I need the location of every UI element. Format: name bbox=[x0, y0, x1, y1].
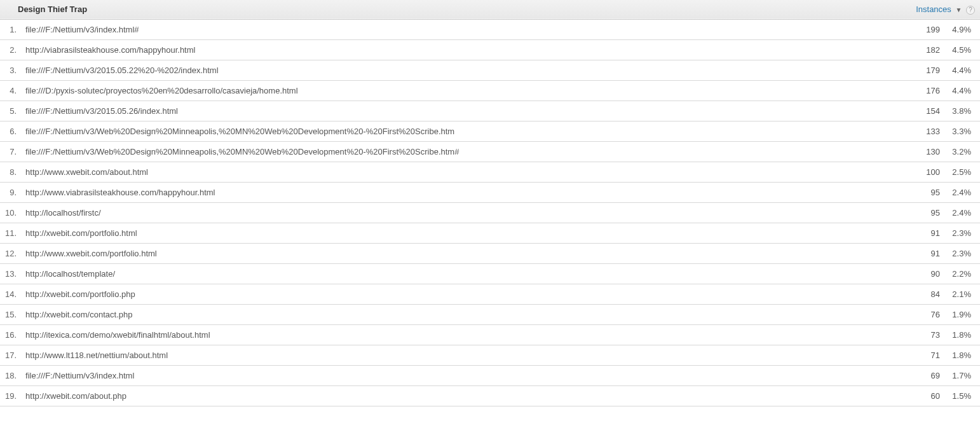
rank-cell: 18. bbox=[0, 365, 20, 385]
url-link[interactable]: http://www.lt118.net/nettium/about.html bbox=[25, 350, 168, 360]
url-link[interactable]: http://xwebit.com/about.php bbox=[25, 391, 126, 401]
url-cell: http://localhost/firstc/ bbox=[20, 202, 894, 223]
table-row[interactable]: 5.file:///F:/Nettium/v3/2015.05.26/index… bbox=[0, 101, 980, 121]
url-cell: http://xwebit.com/contact.php bbox=[20, 304, 894, 324]
instances-cell: 69 bbox=[894, 365, 945, 385]
percent-cell: 3.3% bbox=[945, 121, 980, 141]
url-cell: http://xwebit.com/about.php bbox=[20, 385, 894, 406]
instances-cell: 84 bbox=[894, 284, 945, 304]
url-cell: file:///D:/pyxis-solutec/proyectos%20en%… bbox=[20, 80, 894, 101]
url-cell: file:///F:/Nettium/v3/2015.05.22%20-%202… bbox=[20, 60, 894, 80]
url-cell: file:///F:/Nettium/v3/Web%20Design%20Min… bbox=[20, 121, 894, 141]
percent-cell: 2.4% bbox=[945, 202, 980, 223]
url-link[interactable]: file:///F:/Nettium/v3/Web%20Design%20Min… bbox=[25, 147, 459, 156]
instances-cell: 100 bbox=[894, 162, 945, 182]
instances-cell: 90 bbox=[894, 263, 945, 284]
percent-cell: 2.1% bbox=[945, 284, 980, 304]
instances-cell: 91 bbox=[894, 223, 945, 243]
table-row[interactable]: 6.file:///F:/Nettium/v3/Web%20Design%20M… bbox=[0, 121, 980, 141]
table-row[interactable]: 15.http://xwebit.com/contact.php761.9% bbox=[0, 304, 980, 324]
instances-cell: 60 bbox=[894, 385, 945, 406]
percent-cell: 4.9% bbox=[945, 19, 980, 39]
url-cell: http://localhost/template/ bbox=[20, 263, 894, 284]
instances-cell: 133 bbox=[894, 121, 945, 141]
instances-label[interactable]: Instances bbox=[916, 4, 951, 14]
table-row[interactable]: 12.http://www.xwebit.com/portfolio.html9… bbox=[0, 243, 980, 263]
rank-cell: 8. bbox=[0, 162, 20, 182]
percent-cell: 2.4% bbox=[945, 182, 980, 202]
instances-cell: 76 bbox=[894, 304, 945, 324]
instances-cell: 176 bbox=[894, 80, 945, 101]
table-row[interactable]: 9.http://www.viabrasilsteakhouse.com/hap… bbox=[0, 182, 980, 202]
instances-cell: 182 bbox=[894, 39, 945, 60]
table-row[interactable]: 3.file:///F:/Nettium/v3/2015.05.22%20-%2… bbox=[0, 60, 980, 80]
url-link[interactable]: file:///F:/Nettium/v3/index.html# bbox=[25, 25, 139, 34]
rank-cell: 2. bbox=[0, 39, 20, 60]
url-cell: http://itexica.com/demo/xwebit/finalhtml… bbox=[20, 324, 894, 345]
rank-cell: 4. bbox=[0, 80, 20, 101]
percent-cell: 1.9% bbox=[945, 304, 980, 324]
rank-cell: 11. bbox=[0, 223, 20, 243]
url-cell: http://xwebit.com/portfolio.html bbox=[20, 223, 894, 243]
table-row[interactable]: 7.file:///F:/Nettium/v3/Web%20Design%20M… bbox=[0, 141, 980, 162]
table-row[interactable]: 17.http://www.lt118.net/nettium/about.ht… bbox=[0, 345, 980, 365]
rank-cell: 7. bbox=[0, 141, 20, 162]
url-cell: http://viabrasilsteakhouse.com/happyhour… bbox=[20, 39, 894, 60]
percent-cell: 2.3% bbox=[945, 223, 980, 243]
instances-cell: 199 bbox=[894, 19, 945, 39]
table-row[interactable]: 18.file:///F:/Nettium/v3/index.html691.7… bbox=[0, 365, 980, 385]
url-link[interactable]: http://www.xwebit.com/portfolio.html bbox=[25, 249, 157, 258]
url-link[interactable]: file:///F:/Nettium/v3/Web%20Design%20Min… bbox=[25, 127, 454, 136]
help-icon[interactable]: ? bbox=[966, 6, 975, 15]
table-row[interactable]: 4.file:///D:/pyxis-solutec/proyectos%20e… bbox=[0, 80, 980, 101]
url-cell: file:///F:/Nettium/v3/index.html bbox=[20, 365, 894, 385]
url-link[interactable]: http://viabrasilsteakhouse.com/happyhour… bbox=[25, 45, 195, 55]
table-row[interactable]: 13.http://localhost/template/902.2% bbox=[0, 263, 980, 284]
table-row[interactable]: 11.http://xwebit.com/portfolio.html912.3… bbox=[0, 223, 980, 243]
instances-cell: 95 bbox=[894, 202, 945, 223]
url-link[interactable]: http://www.xwebit.com/about.html bbox=[25, 167, 148, 177]
url-cell: file:///F:/Nettium/v3/2015.05.26/index.h… bbox=[20, 101, 894, 121]
percent-cell: 1.5% bbox=[945, 385, 980, 406]
url-link[interactable]: http://xwebit.com/portfolio.html bbox=[25, 228, 137, 238]
url-link[interactable]: http://xwebit.com/portfolio.php bbox=[25, 289, 135, 299]
table-row[interactable]: 1.file:///F:/Nettium/v3/index.html#1994.… bbox=[0, 19, 980, 39]
percent-cell: 3.8% bbox=[945, 101, 980, 121]
instances-cell: 91 bbox=[894, 243, 945, 263]
rank-cell: 16. bbox=[0, 324, 20, 345]
rank-cell: 10. bbox=[0, 202, 20, 223]
url-link[interactable]: http://www.viabrasilsteakhouse.com/happy… bbox=[25, 188, 215, 197]
url-link[interactable]: http://localhost/firstc/ bbox=[25, 208, 101, 218]
url-link[interactable]: file:///D:/pyxis-solutec/proyectos%20en%… bbox=[25, 86, 297, 95]
rank-cell: 1. bbox=[0, 19, 20, 39]
rank-cell: 12. bbox=[0, 243, 20, 263]
percent-cell: 4.4% bbox=[945, 60, 980, 80]
url-link[interactable]: http://itexica.com/demo/xwebit/finalhtml… bbox=[25, 330, 210, 340]
url-cell: file:///F:/Nettium/v3/index.html# bbox=[20, 19, 894, 39]
rank-cell: 15. bbox=[0, 304, 20, 324]
instances-cell: 154 bbox=[894, 101, 945, 121]
percent-cell: 4.5% bbox=[945, 39, 980, 60]
instances-cell: 130 bbox=[894, 141, 945, 162]
table-header-row: Design Thief Trap Instances ▼ ? bbox=[0, 0, 980, 19]
instances-header[interactable]: Instances ▼ ? bbox=[894, 0, 980, 19]
url-link[interactable]: http://localhost/template/ bbox=[25, 269, 115, 279]
table-row[interactable]: 14.http://xwebit.com/portfolio.php842.1% bbox=[0, 284, 980, 304]
url-link[interactable]: file:///F:/Nettium/v3/index.html bbox=[25, 371, 134, 380]
percent-cell: 1.8% bbox=[945, 345, 980, 365]
percent-cell: 1.8% bbox=[945, 324, 980, 345]
url-link[interactable]: file:///F:/Nettium/v3/2015.05.22%20-%202… bbox=[25, 66, 219, 75]
instances-cell: 179 bbox=[894, 60, 945, 80]
percent-cell: 1.7% bbox=[945, 365, 980, 385]
rank-cell: 19. bbox=[0, 385, 20, 406]
url-link[interactable]: http://xwebit.com/contact.php bbox=[25, 310, 132, 319]
sort-desc-icon[interactable]: ▼ bbox=[955, 6, 962, 13]
table-row[interactable]: 8.http://www.xwebit.com/about.html1002.5… bbox=[0, 162, 980, 182]
rank-cell: 9. bbox=[0, 182, 20, 202]
rank-cell: 14. bbox=[0, 284, 20, 304]
table-row[interactable]: 10.http://localhost/firstc/952.4% bbox=[0, 202, 980, 223]
table-row[interactable]: 16.http://itexica.com/demo/xwebit/finalh… bbox=[0, 324, 980, 345]
url-link[interactable]: file:///F:/Nettium/v3/2015.05.26/index.h… bbox=[25, 106, 178, 116]
table-row[interactable]: 19.http://xwebit.com/about.php601.5% bbox=[0, 385, 980, 406]
table-row[interactable]: 2.http://viabrasilsteakhouse.com/happyho… bbox=[0, 39, 980, 60]
